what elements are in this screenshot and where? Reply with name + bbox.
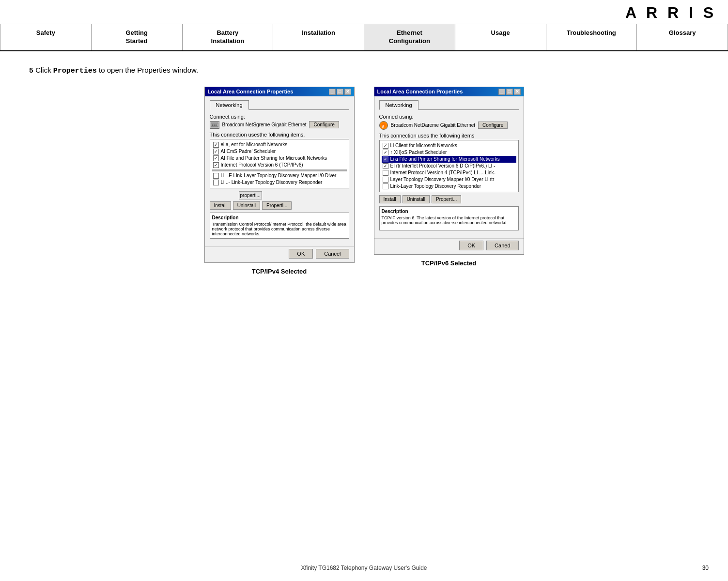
dialog-left-adapter-name: Broadcom NetSgreme Gigabit Ethernet — [222, 122, 307, 127]
dialog-left-connect-section: Connect using: Broadcom NetSgreme Gigabi… — [210, 114, 349, 129]
dialog-right-desc-title: Description — [382, 209, 516, 214]
list-item-right-2: Li a File and Printer Sharing for Micros… — [382, 156, 516, 163]
dialog-left-adapter-row: Broadcom NetSgreme Gigabit Ethernet Conf… — [210, 121, 349, 129]
checkbox-left-1[interactable] — [213, 149, 219, 154]
checkbox-left-4[interactable] — [213, 173, 219, 179]
dialog-left-cancel-btn[interactable]: Cancel — [316, 249, 349, 259]
dialog-left-maximize-btn[interactable]: □ — [337, 89, 343, 95]
list-text-right-0: Li Client for Microsoft Networks — [390, 143, 457, 148]
navigation-bar: Safety GettingStarted BatteryInstallatio… — [0, 24, 728, 51]
dialog-left-properties-btn[interactable]: Properti... — [262, 201, 292, 210]
list-item-left-5: Li ..- Link-Layer Topology Discovery Res… — [212, 179, 347, 186]
dialog-left-tab-networking[interactable]: Networking — [210, 100, 249, 110]
step-text: Click — [35, 66, 53, 74]
dialog-right-cancel-btn[interactable]: Caned — [486, 241, 518, 250]
dialog-left: Local Area Connection Properties _ □ ✕ N… — [204, 87, 355, 263]
nav-installation[interactable]: Installation — [273, 24, 364, 50]
main-content: 5 Click Properties to open the Propertie… — [0, 51, 728, 297]
header-bar: A R R I S — [0, 0, 728, 24]
dialog-right-uninstall-btn[interactable]: Uninstall — [403, 195, 430, 203]
dialog-right-items-heading: This connection uses the following items — [379, 133, 519, 138]
list-item-right-3: EI rtr Inter'let Protocol Version 6 D C/… — [382, 163, 516, 169]
nav-battery-installation[interactable]: BatteryInstallation — [183, 24, 274, 50]
dialog-left-titlebar-buttons: _ □ ✕ — [329, 89, 351, 95]
list-text-left-3: Internet Protocol Version 6 (TCP/IPv6) — [221, 162, 303, 168]
checkbox-right-6[interactable] — [383, 183, 388, 189]
dialog-left-items-heading: This connection usesthe following items. — [210, 132, 349, 138]
dialog-left-ok-btn[interactable]: OK — [289, 249, 313, 259]
list-item-right-4: Internet Protocol Version 4 (TCP/IPv4) L… — [382, 169, 516, 176]
dialog-left-titlebar: Local Area Connection Properties _ □ ✕ — [205, 87, 354, 96]
list-item-right-6: Link-Layer Topology Discovery Responder — [382, 183, 516, 190]
dialog-right-adapter-row: g Broadcom NetDareme Gigabit Ethernet Co… — [379, 121, 519, 130]
dialog-left-desc-title: Description — [212, 215, 347, 220]
checkbox-left-5[interactable] — [213, 180, 219, 185]
dialog-right-wrapper: Local Area Connection Properties _ □ ✕ N… — [374, 87, 524, 275]
step-suffix: to open the Properties window. — [97, 66, 198, 74]
footer-text: Xfinity TG1682 Telephony Gateway User's … — [301, 565, 427, 571]
dialog-right-title: Local Area Connection Properties — [377, 89, 463, 94]
dialog-right-ok-btn[interactable]: OK — [459, 241, 483, 250]
dialog-right-tab-networking[interactable]: Networking — [379, 100, 418, 110]
dialog-right-tabs: Networking — [379, 100, 519, 110]
dialog-right: Local Area Connection Properties _ □ ✕ N… — [374, 87, 524, 255]
list-item-left-0: el a, ent for Microsoft Networks — [212, 141, 347, 148]
svg-rect-1 — [212, 124, 213, 126]
page-footer: Xfinity TG1682 Telephony Gateway User's … — [0, 565, 728, 571]
dialog-left-connect-label: Connect using: — [210, 114, 349, 120]
dialog-left-install-btn[interactable]: Install — [210, 201, 231, 210]
dialog-right-titlebar-buttons: _ □ ✕ — [498, 89, 521, 95]
list-item-right-0: Li Client for Microsoft Networks — [382, 142, 516, 149]
list-text-right-5: Layer Topology Discovery Mapper I/0 Drye… — [390, 177, 495, 182]
list-text-right-1: ↑ XII)oS Packet Scheduler — [390, 150, 447, 155]
dialog-left-configure-btn[interactable]: Configure — [309, 121, 339, 128]
list-item-left-1: AI CmS Padre' Scheduler — [212, 148, 347, 155]
nav-glossary[interactable]: Glossary — [637, 24, 728, 50]
list-text-left-5: Li ..- Link-Layer Topology Discovery Res… — [221, 180, 323, 185]
nav-ethernet-configuration[interactable]: EthernetConfiguration — [364, 24, 455, 50]
arris-logo: A R R I S — [625, 4, 716, 22]
dialog-left-body: Networking Connect using: Broadcom NetSg… — [205, 96, 354, 246]
page-number: 30 — [702, 565, 709, 571]
step-number: 5 — [29, 67, 33, 75]
dialog-right-footer: OK Caned — [374, 238, 524, 254]
dialog-left-description: Description Transmission Control Protoco… — [210, 213, 349, 239]
checkbox-left-2[interactable] — [213, 155, 219, 161]
step-keyword: Properties — [53, 67, 97, 75]
list-item-left-4: Li -.E Link-Layer Topology Discovery Map… — [212, 172, 347, 179]
dialog-right-adapter-icon: g — [379, 121, 388, 130]
dialog-right-configure-btn[interactable]: Configure — [478, 122, 508, 129]
nav-troubleshooting[interactable]: Troubleshooting — [546, 24, 637, 50]
dialog-left-adapter-icon — [210, 121, 219, 129]
dialog-right-actions: Install Uninstall Properti... — [379, 195, 519, 203]
dialog-left-minimize-btn[interactable]: _ — [329, 89, 336, 95]
dialog-right-connect-section: Conned using: g Broadcom NetDareme Gigab… — [379, 114, 519, 130]
dialog-left-desc-text: Transmission Control Protocol/Internet P… — [212, 222, 347, 236]
checkbox-left-3[interactable] — [213, 162, 219, 168]
checkbox-right-3[interactable] — [383, 163, 388, 169]
list-text-right-2: Li a File and Printer Sharing for Micros… — [390, 156, 500, 162]
dialog-right-properties-btn[interactable]: Properti... — [432, 195, 461, 203]
dialog-right-items-list: Li Client for Microsoft Networks ↑ XII)o… — [379, 140, 519, 192]
list-item-right-5: Layer Topology Discovery Mapper I/0 Drye… — [382, 176, 516, 183]
dialog-right-install-btn[interactable]: Install — [379, 195, 401, 203]
checkbox-right-1[interactable] — [383, 150, 388, 155]
nav-safety[interactable]: Safety — [0, 24, 92, 50]
checkbox-right-5[interactable] — [383, 177, 388, 183]
checkbox-right-2[interactable] — [383, 156, 388, 162]
dialog-left-wrapper: Local Area Connection Properties _ □ ✕ N… — [204, 87, 355, 275]
checkbox-left-0[interactable] — [213, 142, 219, 148]
dialog-left-close-btn[interactable]: ✕ — [344, 89, 351, 95]
dialog-right-connect-label: Conned using: — [379, 114, 519, 120]
dialog-right-maximize-btn[interactable]: □ — [506, 89, 513, 95]
dialog-left-uninstall-btn[interactable]: Uninstall — [233, 201, 260, 210]
nav-getting-started[interactable]: GettingStarted — [92, 24, 183, 50]
list-text-left-2: AI File and Punter Sharing for Microsoft… — [221, 155, 327, 161]
nav-usage[interactable]: Usage — [455, 24, 546, 50]
dialog-right-desc-text: TCP/IP version 6. The latest version of … — [382, 215, 516, 225]
dialog-right-close-btn[interactable]: ✕ — [514, 89, 521, 95]
dialog-right-minimize-btn[interactable]: _ — [498, 89, 505, 95]
list-item-right-1: ↑ XII)oS Packet Scheduler — [382, 149, 516, 156]
checkbox-right-0[interactable] — [383, 143, 388, 149]
checkbox-right-4[interactable] — [383, 170, 388, 176]
